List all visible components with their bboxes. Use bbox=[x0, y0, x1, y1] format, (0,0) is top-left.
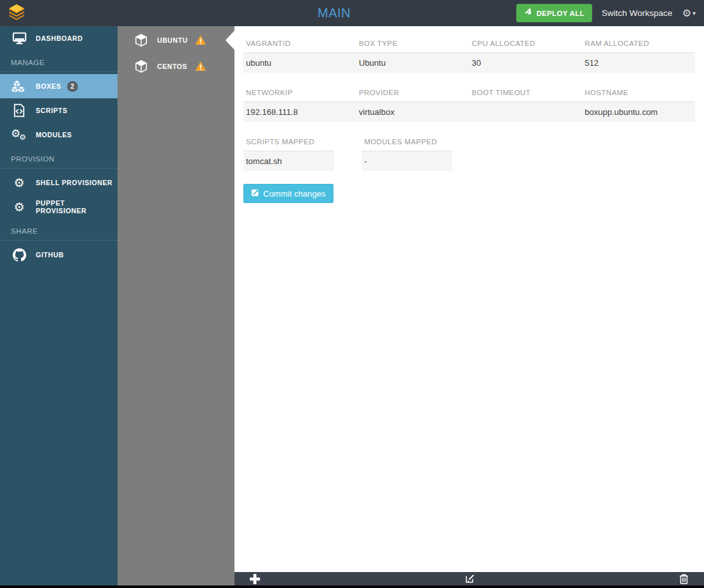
field-label-scripts-mapped: SCRIPTS MAPPED bbox=[243, 138, 334, 151]
gear-icon: ⚙ bbox=[11, 175, 27, 190]
monitor-icon bbox=[11, 31, 27, 46]
details-row3: SCRIPTS MAPPED tomcat.sh MODULES MAPPED … bbox=[243, 138, 695, 171]
selected-box-pointer bbox=[226, 31, 234, 50]
field-value-networkip: 192.168.111.8 bbox=[243, 107, 356, 117]
settings-menu[interactable]: ⚙ ▾ bbox=[682, 7, 696, 19]
box-action-bar bbox=[234, 572, 704, 585]
sidebar-nav: DASHBOARD MANAGE BOXES 2 SCRIPTS ⚙⚙ bbox=[0, 26, 118, 585]
field-value-scripts-mapped: tomcat.sh bbox=[243, 151, 334, 171]
scripts-mapped-block: SCRIPTS MAPPED tomcat.sh bbox=[243, 138, 334, 171]
sidebar-item-label: MODULES bbox=[36, 131, 72, 139]
details-row1-labels: VAGRANTID BOX TYPE CPU ALLOCATED RAM ALL… bbox=[243, 40, 695, 53]
sidebar-item-github[interactable]: GITHUB bbox=[0, 243, 118, 267]
cube-icon bbox=[134, 59, 148, 73]
details-row2-values: 192.168.111.8 virtualbox boxupp.ubuntu.c… bbox=[243, 102, 695, 122]
commit-changes-label: Commit changes bbox=[263, 189, 326, 199]
field-label-vagrantid: VAGRANTID bbox=[243, 40, 356, 47]
field-value-ram-allocated: 512 bbox=[582, 58, 695, 68]
caret-down-icon: ▾ bbox=[693, 10, 696, 17]
switch-workspace-link[interactable]: Switch Workspace bbox=[602, 8, 673, 18]
sidebar-item-dashboard[interactable]: DASHBOARD bbox=[0, 26, 118, 50]
bottom-border-strip bbox=[0, 585, 704, 588]
sidebar-item-label: BOXES bbox=[36, 82, 61, 90]
field-value-cpu-allocated: 30 bbox=[470, 58, 583, 68]
stacked-cubes-icon bbox=[11, 79, 27, 94]
github-icon bbox=[11, 247, 27, 262]
sidebar-item-label: SHELL PROVISIONER bbox=[36, 179, 112, 186]
deploy-all-label: DEPLOY ALL bbox=[537, 10, 585, 17]
field-value-provider: virtualbox bbox=[356, 107, 470, 117]
field-value-vagrantid: ubuntu bbox=[243, 58, 356, 68]
app-logo bbox=[0, 0, 33, 26]
commit-changes-button[interactable]: Commit changes bbox=[243, 184, 333, 203]
field-label-hostname: HOSTNAME bbox=[582, 89, 695, 96]
field-label-cpu-allocated: CPU ALLOCATED bbox=[470, 40, 583, 47]
field-label-box-type: BOX TYPE bbox=[356, 40, 470, 47]
warning-icon bbox=[195, 61, 206, 72]
cube-icon bbox=[134, 33, 148, 47]
field-label-modules-mapped: MODULES MAPPED bbox=[362, 138, 452, 151]
field-label-networkip: NETWORKIP bbox=[243, 89, 356, 96]
sidebar-item-modules[interactable]: ⚙⚙ MODULES bbox=[0, 123, 118, 147]
delete-box-icon[interactable] bbox=[679, 573, 689, 584]
boxes-count-badge: 2 bbox=[67, 81, 78, 92]
sidebar-item-label: DASHBOARD bbox=[36, 34, 83, 42]
sidebar-item-scripts[interactable]: SCRIPTS bbox=[0, 98, 118, 123]
sidebar-section-provision: PROVISION bbox=[0, 147, 118, 169]
box-details-panel: VAGRANTID BOX TYPE CPU ALLOCATED RAM ALL… bbox=[234, 26, 704, 585]
field-value-hostname: boxupp.ubuntu.com bbox=[582, 107, 695, 117]
field-value-boot-timeout bbox=[470, 107, 583, 117]
sidebar-item-label: GITHUB bbox=[36, 251, 64, 259]
layers-hexagon-logo-icon bbox=[8, 3, 26, 24]
sidebar-item-puppet-provisioner[interactable]: ⚙ PUPPET PROVISIONER bbox=[0, 195, 118, 219]
deploy-all-button[interactable]: DEPLOY ALL bbox=[516, 4, 592, 22]
sidebar-item-boxes[interactable]: BOXES 2 bbox=[0, 74, 118, 98]
gear-icon: ⚙ bbox=[11, 199, 27, 215]
script-file-icon bbox=[11, 103, 27, 118]
sidebar-section-manage: MANAGE bbox=[0, 50, 118, 72]
box-item-ubuntu[interactable]: UBUNTU bbox=[118, 27, 234, 52]
topbar-actions: DEPLOY ALL Switch Workspace ⚙ ▾ bbox=[516, 4, 704, 22]
details-row2-labels: NETWORKIP PROVIDER BOOT TIMEOUT HOSTNAME bbox=[243, 89, 695, 102]
modules-mapped-block: MODULES MAPPED - bbox=[362, 138, 452, 171]
double-gear-icon: ⚙⚙ bbox=[11, 127, 27, 142]
sidebar-item-shell-provisioner[interactable]: ⚙ SHELL PROVISIONER bbox=[0, 170, 118, 195]
sidebar-item-label: SCRIPTS bbox=[36, 107, 68, 114]
field-value-modules-mapped: - bbox=[362, 151, 452, 171]
field-label-boot-timeout: BOOT TIMEOUT bbox=[470, 89, 583, 96]
sidebar-section-share: SHARE bbox=[0, 219, 118, 241]
field-label-ram-allocated: RAM ALLOCATED bbox=[582, 40, 695, 47]
field-value-box-type: Ubuntu bbox=[356, 58, 470, 68]
add-box-icon[interactable] bbox=[250, 574, 260, 584]
box-list: UBUNTU CENTOS bbox=[118, 26, 234, 585]
sidebar-item-label: PUPPET PROVISIONER bbox=[36, 199, 118, 215]
box-item-label: CENTOS bbox=[157, 63, 187, 70]
field-label-provider: PROVIDER bbox=[356, 89, 470, 96]
gear-icon: ⚙ bbox=[682, 7, 691, 19]
pencil-square-icon bbox=[251, 188, 259, 199]
box-item-centos[interactable]: CENTOS bbox=[118, 54, 234, 79]
details-row1-values: ubuntu Ubuntu 30 512 bbox=[243, 53, 695, 73]
top-bar: MAIN DEPLOY ALL Switch Workspace ⚙ ▾ bbox=[0, 0, 704, 26]
warning-icon bbox=[195, 34, 206, 45]
box-item-label: UBUNTU bbox=[157, 36, 188, 44]
paper-plane-icon bbox=[524, 8, 532, 18]
edit-box-icon[interactable] bbox=[464, 573, 475, 584]
